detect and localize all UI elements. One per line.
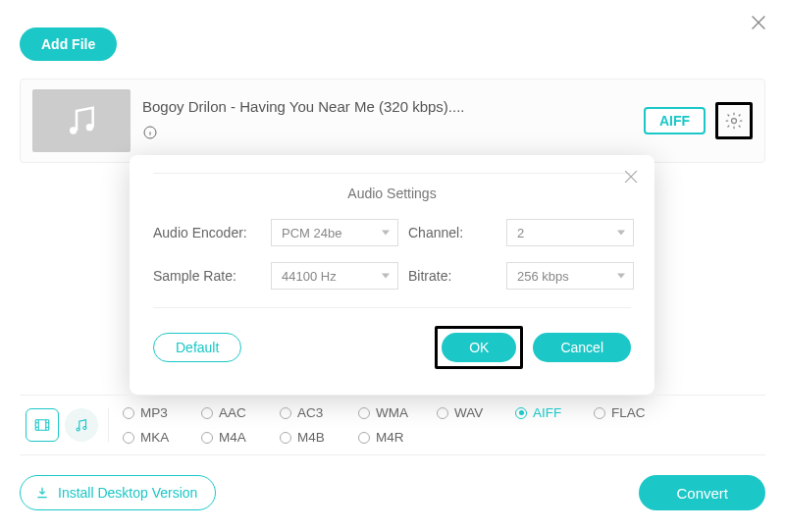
svg-rect-4 [35,420,49,431]
file-title: Bogoy Drilon - Having You Near Me (320 k… [142,98,644,115]
format-mp3[interactable]: MP3 [123,405,201,420]
audio-tab[interactable] [65,408,98,442]
format-flac[interactable]: FLAC [594,405,672,420]
convert-button[interactable]: Convert [639,475,765,510]
default-button[interactable]: Default [153,333,241,362]
format-wav[interactable]: WAV [437,405,515,420]
cancel-button[interactable]: Cancel [533,333,631,362]
format-m4r[interactable]: M4R [358,430,437,445]
select-channel[interactable]: 2 [506,219,634,246]
svg-point-3 [732,119,737,124]
format-wma[interactable]: WMA [358,405,437,420]
add-file-button[interactable]: Add File [20,27,117,61]
audio-settings-modal: Audio Settings Audio Encoder: PCM 24be C… [130,155,654,395]
download-icon [34,485,50,501]
svg-point-0 [70,127,77,133]
ok-highlight: OK [435,326,523,369]
modal-title: Audio Settings [153,174,631,211]
label-channel: Channel: [408,225,497,240]
format-m4b[interactable]: M4B [280,430,358,445]
format-m4a[interactable]: M4A [201,430,280,445]
svg-point-1 [86,124,93,131]
close-icon[interactable] [748,12,769,37]
info-icon[interactable] [142,125,158,144]
ok-button[interactable]: OK [442,333,516,362]
svg-point-5 [77,428,79,431]
select-sample-rate[interactable]: 44100 Hz [271,262,398,290]
format-aiff[interactable]: AIFF [515,405,594,420]
label-encoder: Audio Encoder: [153,225,261,240]
svg-point-6 [83,427,86,430]
file-card: Bogoy Drilon - Having You Near Me (320 k… [20,79,765,163]
format-bar: MP3 AAC AC3 WMA WAV AIFF FLAC MKA M4A M4… [20,395,765,455]
format-aac[interactable]: AAC [201,405,280,420]
format-mka[interactable]: MKA [123,430,201,445]
format-badge[interactable]: AIFF [644,107,706,134]
modal-close-icon[interactable] [621,167,641,190]
settings-button[interactable] [715,102,753,139]
select-encoder[interactable]: PCM 24be [271,219,398,246]
video-tab[interactable] [26,408,59,442]
select-bitrate[interactable]: 256 kbps [506,262,634,290]
format-ac3[interactable]: AC3 [280,405,358,420]
label-bitrate: Bitrate: [408,268,497,284]
label-sample-rate: Sample Rate: [153,268,261,284]
install-desktop-button[interactable]: Install Desktop Version [20,475,216,510]
audio-thumbnail [32,89,131,152]
